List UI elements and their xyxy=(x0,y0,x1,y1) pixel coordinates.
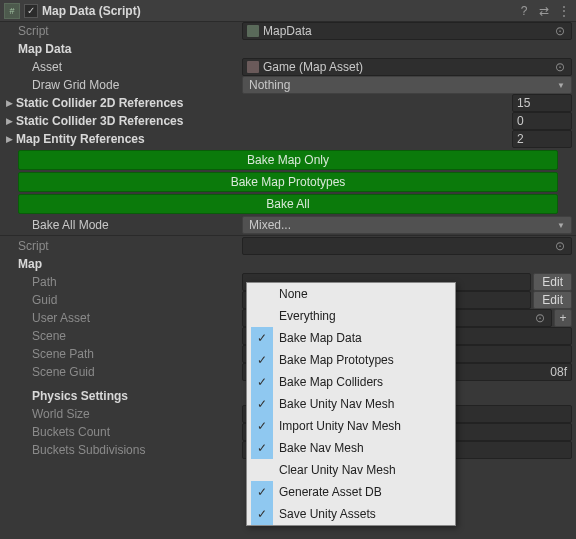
foldout-count[interactable]: 2 xyxy=(512,130,572,148)
check-icon xyxy=(251,283,273,305)
asset-value: Game (Map Asset) xyxy=(263,60,363,74)
check-icon xyxy=(251,305,273,327)
userasset-label: User Asset xyxy=(32,311,242,325)
popup-item[interactable]: ✓Bake Map Data xyxy=(247,327,455,349)
popup-item-label: Save Unity Assets xyxy=(273,507,376,521)
script-row-2: Script ⊙ xyxy=(0,237,576,255)
drawgrid-label: Draw Grid Mode xyxy=(32,78,242,92)
preset-icon[interactable]: ⇄ xyxy=(536,3,552,19)
csharp-script-icon: # xyxy=(4,3,20,19)
popup-item-label: None xyxy=(273,287,308,301)
check-icon: ✓ xyxy=(251,481,273,503)
check-icon xyxy=(251,459,273,481)
path-label: Path xyxy=(32,275,242,289)
bake-map-button[interactable]: Bake Map Only xyxy=(18,150,558,170)
script-label: Script xyxy=(18,24,242,38)
popup-item[interactable]: ✓Save Unity Assets xyxy=(247,503,455,525)
foldout-label: Map Entity References xyxy=(16,132,512,146)
foldout-arrow-icon: ▶ xyxy=(6,134,16,144)
popup-item[interactable]: None xyxy=(247,283,455,305)
check-icon: ✓ xyxy=(251,393,273,415)
scenepath-label: Scene Path xyxy=(32,347,242,361)
bakeallmode-row: Bake All Mode Mixed... ▼ xyxy=(0,216,576,234)
asset-row: Asset Game (Map Asset) ⊙ xyxy=(0,58,576,76)
help-icon[interactable]: ? xyxy=(516,3,532,19)
check-icon: ✓ xyxy=(251,437,273,459)
sceneguid-label: Scene Guid xyxy=(32,365,242,379)
popup-item-label: Generate Asset DB xyxy=(273,485,382,499)
chevron-down-icon: ▼ xyxy=(557,81,565,90)
popup-item-label: Bake Nav Mesh xyxy=(273,441,364,455)
bakeallmode-popup: NoneEverything✓Bake Map Data✓Bake Map Pr… xyxy=(246,282,456,526)
drawgrid-row: Draw Grid Mode Nothing ▼ xyxy=(0,76,576,94)
script-label: Script xyxy=(18,239,242,253)
foldout-count[interactable]: 0 xyxy=(512,112,572,130)
popup-item[interactable]: ✓Import Unity Nav Mesh xyxy=(247,415,455,437)
foldout-collider2d[interactable]: ▶ Static Collider 2D References 15 xyxy=(0,94,576,112)
popup-item[interactable]: ✓Bake Map Prototypes xyxy=(247,349,455,371)
object-picker-icon[interactable]: ⊙ xyxy=(553,239,567,253)
asset-label: Asset xyxy=(32,60,242,74)
popup-item[interactable]: ✓Bake Map Colliders xyxy=(247,371,455,393)
check-icon: ✓ xyxy=(251,371,273,393)
path-edit-button[interactable]: Edit xyxy=(533,273,572,291)
popup-item[interactable]: ✓Bake Nav Mesh xyxy=(247,437,455,459)
script-value: MapData xyxy=(263,24,312,38)
foldout-entity[interactable]: ▶ Map Entity References 2 xyxy=(0,130,576,148)
popup-item-label: Everything xyxy=(273,309,336,323)
scene-label: Scene xyxy=(32,329,242,343)
popup-item[interactable]: Clear Unity Nav Mesh xyxy=(247,459,455,481)
popup-item[interactable]: ✓Bake Unity Nav Mesh xyxy=(247,393,455,415)
foldout-arrow-icon: ▶ xyxy=(6,116,16,126)
section-map: Map xyxy=(0,255,576,273)
check-icon: ✓ xyxy=(251,327,273,349)
foldout-label: Static Collider 2D References xyxy=(16,96,512,110)
script-row: Script MapData ⊙ xyxy=(0,22,576,40)
foldout-label: Static Collider 3D References xyxy=(16,114,512,128)
component-title: Map Data (Script) xyxy=(42,4,512,18)
script-field[interactable]: MapData ⊙ xyxy=(242,22,572,40)
foldout-collider3d[interactable]: ▶ Static Collider 3D References 0 xyxy=(0,112,576,130)
popup-item-label: Bake Unity Nav Mesh xyxy=(273,397,394,411)
foldout-arrow-icon: ▶ xyxy=(6,98,16,108)
asset-field[interactable]: Game (Map Asset) ⊙ xyxy=(242,58,572,76)
object-picker-icon[interactable]: ⊙ xyxy=(533,311,547,325)
component-header-mapdata[interactable]: # ✓ Map Data (Script) ? ⇄ ⋮ xyxy=(0,0,576,22)
bakeallmode-label: Bake All Mode xyxy=(32,218,242,232)
guid-edit-button[interactable]: Edit xyxy=(533,291,572,309)
object-picker-icon[interactable]: ⊙ xyxy=(553,24,567,38)
section-mapdata: Map Data xyxy=(0,40,576,58)
chevron-down-icon: ▼ xyxy=(557,221,565,230)
popup-item-label: Import Unity Nav Mesh xyxy=(273,419,401,433)
bake-all-button[interactable]: Bake All xyxy=(18,194,558,214)
drawgrid-dropdown[interactable]: Nothing ▼ xyxy=(242,76,572,94)
object-picker-icon[interactable]: ⊙ xyxy=(553,60,567,74)
menu-icon[interactable]: ⋮ xyxy=(556,3,572,19)
asset-type-icon xyxy=(247,61,259,73)
foldout-count[interactable]: 15 xyxy=(512,94,572,112)
popup-item-label: Bake Map Colliders xyxy=(273,375,383,389)
enable-checkbox[interactable]: ✓ xyxy=(24,4,38,18)
bucketscount-label: Buckets Count xyxy=(32,425,242,439)
check-icon: ✓ xyxy=(251,415,273,437)
drawgrid-value: Nothing xyxy=(249,78,290,92)
worldsize-label: World Size xyxy=(32,407,242,421)
check-icon: ✓ xyxy=(251,349,273,371)
popup-item[interactable]: ✓Generate Asset DB xyxy=(247,481,455,503)
popup-item-label: Bake Map Prototypes xyxy=(273,353,394,367)
popup-item-label: Bake Map Data xyxy=(273,331,362,345)
check-icon: ✓ xyxy=(251,503,273,525)
bakeallmode-dropdown[interactable]: Mixed... ▼ xyxy=(242,216,572,234)
script-field[interactable]: ⊙ xyxy=(242,237,572,255)
bakeallmode-value: Mixed... xyxy=(249,218,291,232)
script-type-icon xyxy=(247,25,259,37)
divider xyxy=(0,235,576,236)
guid-label: Guid xyxy=(32,293,242,307)
popup-item-label: Clear Unity Nav Mesh xyxy=(273,463,396,477)
popup-item[interactable]: Everything xyxy=(247,305,455,327)
bucketssub-label: Buckets Subdivisions xyxy=(32,443,242,457)
add-button[interactable]: + xyxy=(554,309,572,327)
bake-prototypes-button[interactable]: Bake Map Prototypes xyxy=(18,172,558,192)
